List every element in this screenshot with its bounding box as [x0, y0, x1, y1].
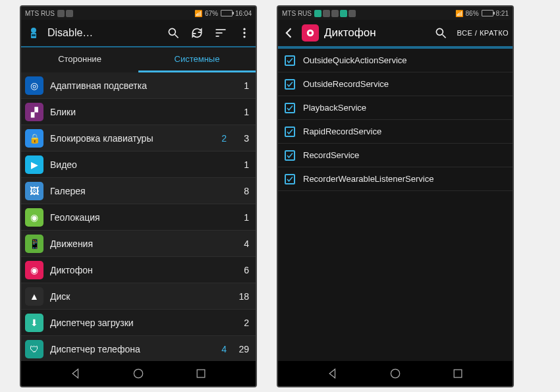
app-icon: ◎	[25, 76, 43, 95]
disabled-count: 4	[213, 344, 227, 354]
svg-point-14	[309, 32, 312, 35]
service-item[interactable]: OutsideQuickActionService	[278, 49, 513, 72]
service-count: 2	[233, 318, 249, 328]
list-item[interactable]: ▶Видео1	[21, 152, 256, 178]
service-item[interactable]: RapidRecordService	[278, 120, 513, 144]
svg-rect-12	[197, 370, 205, 378]
svg-rect-2	[32, 34, 36, 36]
phone-right: MTS RUS 86% 8:21 Диктофон ВСЕ / КРАТКО O…	[277, 5, 514, 387]
service-item[interactable]: PlaybackService	[278, 96, 513, 120]
service-count: 1	[233, 159, 249, 170]
svg-point-11	[134, 369, 142, 378]
app-label: Движения	[50, 238, 227, 249]
nav-home-icon[interactable]	[131, 366, 146, 381]
svg-rect-7	[216, 36, 219, 37]
app-bar: Диктофон ВСЕ / КРАТКО	[278, 20, 513, 47]
app-label: Блики	[50, 107, 227, 117]
view-toggle-button[interactable]: ВСЕ / КРАТКО	[457, 29, 509, 37]
battery-label: 67%	[205, 10, 218, 17]
service-count: 1	[233, 80, 249, 91]
svg-point-8	[243, 28, 245, 30]
app-icon: 🖼	[25, 182, 43, 200]
sort-icon[interactable]	[213, 26, 228, 40]
app-detail-title: Диктофон	[324, 26, 376, 40]
list-item[interactable]: 🔒Блокировка клавиатуры23	[21, 125, 256, 152]
nav-recent-icon[interactable]	[194, 366, 208, 381]
service-count: 1	[233, 212, 249, 223]
nav-recent-icon[interactable]	[451, 366, 465, 381]
app-detail-icon	[302, 24, 319, 42]
refresh-icon[interactable]	[190, 26, 204, 40]
nav-home-icon[interactable]	[388, 366, 403, 381]
app-icon: ◉	[25, 208, 43, 227]
service-count: 1	[233, 107, 249, 117]
service-item[interactable]: RecorderWearableListenerService	[278, 167, 513, 191]
list-item[interactable]: ◎Адаптивная подсветка1	[21, 72, 256, 99]
tab-third-party[interactable]: Сторонние	[21, 47, 138, 72]
carrier-label: MTS RUS	[25, 10, 55, 17]
svg-rect-5	[216, 29, 226, 30]
app-logo-icon	[25, 24, 42, 42]
app-bar: Disable…	[21, 20, 256, 47]
overflow-menu-icon[interactable]	[237, 26, 252, 40]
tabs: Сторонние Системные	[21, 47, 256, 72]
phone-left: MTS RUS 67% 16:04 Disable…	[20, 5, 257, 387]
list-item[interactable]: ▲Диск18	[21, 283, 256, 310]
search-icon[interactable]	[434, 26, 448, 40]
list-item[interactable]: 📱Движения4	[21, 231, 256, 257]
carrier-label: MTS RUS	[282, 10, 312, 17]
back-icon[interactable]	[282, 26, 296, 40]
battery-label: 86%	[466, 10, 479, 17]
service-list[interactable]: OutsideQuickActionServiceOutsideRecordSe…	[278, 49, 513, 361]
nav-bar	[278, 361, 513, 386]
app-title: Disable…	[47, 27, 93, 39]
status-app-icons	[314, 10, 356, 17]
service-item[interactable]: OutsideRecordService	[278, 72, 513, 96]
svg-point-0	[31, 28, 36, 33]
service-count: 29	[233, 344, 249, 354]
app-label: Видео	[50, 159, 227, 170]
list-item[interactable]: ◉Диктофон6	[21, 257, 256, 283]
clock-label: 16:04	[235, 10, 252, 17]
app-label: Галерея	[50, 186, 227, 196]
list-item[interactable]: 🖼Галерея8	[21, 178, 256, 204]
checkbox-icon[interactable]	[285, 103, 295, 113]
checkbox-icon[interactable]	[285, 150, 295, 161]
wifi-icon	[194, 10, 202, 17]
svg-rect-18	[454, 370, 462, 378]
svg-point-10	[243, 36, 245, 38]
service-item[interactable]: RecordService	[278, 144, 513, 167]
status-app-icons	[57, 10, 73, 17]
list-item[interactable]: ⬇Диспетчер загрузки2	[21, 310, 256, 336]
app-icon: 🔒	[25, 129, 43, 148]
battery-icon	[482, 10, 493, 16]
tab-system[interactable]: Системные	[138, 47, 256, 72]
app-icon: ⬇	[25, 314, 43, 332]
service-count: 3	[233, 133, 249, 144]
clock-label: 8:21	[496, 10, 509, 17]
checkbox-icon[interactable]	[285, 55, 295, 66]
nav-back-icon[interactable]	[69, 366, 84, 381]
app-label: Диспетчер телефона	[50, 344, 207, 354]
svg-line-4	[175, 35, 179, 38]
nav-back-icon[interactable]	[326, 366, 341, 381]
checkbox-icon[interactable]	[285, 174, 295, 184]
service-label: OutsideRecordService	[303, 79, 389, 89]
nav-bar	[21, 361, 256, 386]
list-item[interactable]: ▞Блики1	[21, 99, 256, 125]
app-icon: 📱	[25, 235, 43, 253]
app-list[interactable]: ◎Адаптивная подсветка1▞Блики1🔒Блокировка…	[21, 72, 256, 361]
checkbox-icon[interactable]	[285, 126, 295, 137]
list-item[interactable]: ◉Геолокация1	[21, 204, 256, 231]
app-icon: ▞	[25, 103, 43, 121]
svg-point-3	[169, 28, 175, 35]
checkbox-icon[interactable]	[285, 79, 295, 90]
list-item[interactable]: 🛡Диспетчер телефона429	[21, 336, 256, 361]
status-bar: MTS RUS 67% 16:04	[21, 7, 256, 20]
service-count: 6	[233, 265, 249, 275]
search-icon[interactable]	[166, 26, 181, 40]
service-count: 8	[233, 186, 249, 196]
app-label: Адаптивная подсветка	[50, 80, 227, 91]
svg-rect-6	[216, 32, 223, 34]
service-count: 18	[233, 291, 249, 302]
